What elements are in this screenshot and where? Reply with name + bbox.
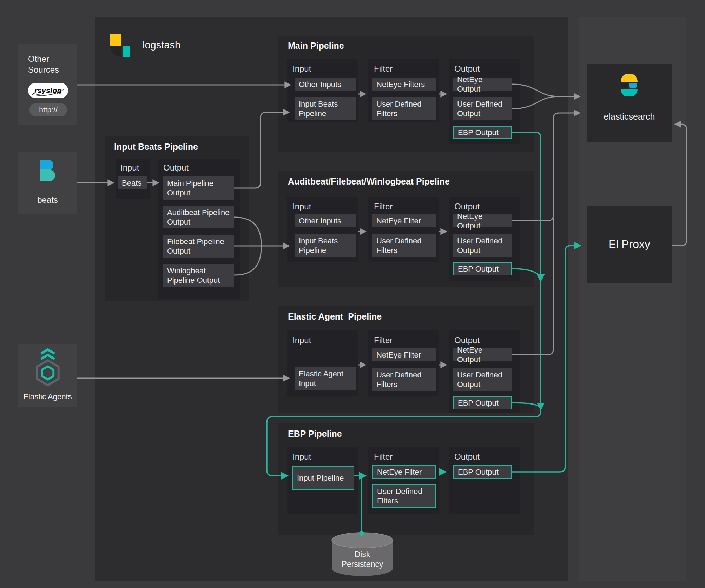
abw-output-neteye-output: NetEye Output [453, 214, 512, 227]
abw-filter-neteye-filter: NetEye Filter [372, 214, 436, 227]
input-beats-pipeline-title: Input Beats Pipeline [114, 142, 198, 152]
logstash-brand-label: logstash [143, 39, 180, 51]
main-filter-header: Filter [374, 64, 393, 74]
main-output-user-defined-output: User Defined Output [453, 97, 512, 120]
abw-output-header: Output [454, 202, 480, 212]
abw-input-header: Input [292, 202, 311, 212]
disk-persistency-label: Disk Persistency [338, 549, 387, 569]
main-input-other-inputs: Other Inputs [295, 78, 356, 91]
ibp-output-auditbeat-pipeline-output: Auditbeat Pipeline Output [163, 206, 234, 228]
abw-pipeline-title: Auditbeat/Filebeat/Winlogbeat Pipeline [288, 176, 450, 187]
ea-filter-neteye-filter: NetEye Filter [372, 348, 436, 361]
http-badge: http:// [29, 103, 67, 116]
main-pipeline-title: Main Pipeline [288, 41, 344, 51]
ibp-output-main-pipeline-output: Main Pipeline Output [163, 176, 234, 200]
ea-input-elastic-agent-input: Elastic Agent Input [295, 367, 356, 390]
ea-output-neteye-output: NetEye Output [453, 348, 512, 361]
rsyslog-badge: rsyslog [28, 83, 68, 98]
abw-input-input-beats-pipeline: Input Beats Pipeline [295, 234, 356, 257]
abw-filter-user-defined-filters: User Defined Filters [372, 234, 436, 257]
elastic-agent-pipeline-title: Elastic Agent Pipeline [288, 312, 382, 322]
abw-input-other-inputs: Other Inputs [295, 214, 356, 227]
ebp-filter-neteye-filter: NetEye Filter [372, 465, 436, 479]
elasticsearch-label: elasticsearch [587, 112, 672, 122]
logstash-logo-icon [110, 34, 131, 57]
ea-output-user-defined-output: User Defined Output [453, 368, 512, 391]
ea-filter-user-defined-filters: User Defined Filters [372, 368, 436, 391]
main-input-input-beats-pipeline: Input Beats Pipeline [295, 97, 356, 120]
elastic-agents-icon [32, 348, 64, 389]
elasticsearch-logo-icon [619, 74, 639, 96]
ibp-output-filebeat-pipeline-output: Filebeat Pipeline Output [163, 235, 234, 258]
diagram-stage: logstash Other Sources rsyslog http:// b… [0, 0, 705, 588]
main-filter-user-defined-filters: User Defined Filters [372, 97, 436, 120]
abw-filter-header: Filter [374, 202, 393, 212]
ibp-input-header: Input [120, 163, 139, 173]
abw-output-user-defined-output: User Defined Output [453, 234, 512, 257]
ebp-input-header: Input [292, 452, 311, 462]
ebp-pipeline-title: EBP Pipeline [288, 429, 342, 439]
rsyslog-label: rsyslog [34, 86, 62, 95]
ibp-input-beats: Beats [118, 176, 147, 189]
main-output-header: Output [454, 64, 480, 74]
beats-logo-icon [37, 159, 59, 183]
main-filter-neteye-filters: NetEye Filters [372, 78, 436, 91]
beats-label: beats [18, 195, 77, 205]
el-proxy-box: El Proxy [587, 206, 672, 283]
elastic-agents-label: Elastic Agents [18, 392, 77, 401]
ebp-output-header: Output [454, 452, 480, 462]
ibp-output-winlogbeat-pipeline-output: Winlogbeat Pipeline Output [163, 264, 234, 287]
main-output-ebp-output: EBP Output [453, 126, 512, 139]
abw-output-ebp-output: EBP Output [453, 262, 512, 275]
ea-output-header: Output [454, 335, 480, 345]
ebp-output-ebp-output: EBP Output [453, 465, 512, 479]
ea-input-header: Input [292, 335, 311, 345]
main-input-header: Input [292, 64, 311, 74]
ibp-output-header: Output [163, 163, 189, 173]
main-output-neteye-output: NetEye Output [453, 78, 512, 91]
ea-filter-header: Filter [374, 335, 393, 345]
ea-output-ebp-output: EBP Output [453, 396, 512, 409]
ebp-input-input-pipeline: Input Pipeline [292, 466, 354, 490]
ebp-filter-user-defined-filters: User Defined Filters [372, 484, 436, 508]
other-sources-label: Other Sources [28, 53, 70, 75]
ebp-filter-header: Filter [374, 452, 393, 462]
